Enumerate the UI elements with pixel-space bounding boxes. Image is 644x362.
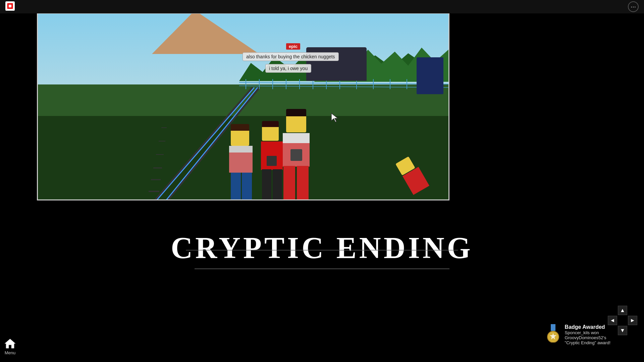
more-button[interactable]: ⋯ <box>628 1 639 12</box>
roblox-logo <box>5 1 15 12</box>
menu-button[interactable]: Menu <box>3 338 17 355</box>
zoom-left-button[interactable]: ◄ <box>608 316 617 325</box>
chat-bubble-nuggets: also thanks for buying the chicken nugge… <box>243 52 339 61</box>
game-title: CRYPTIC ENDING <box>171 231 473 265</box>
badge-winner: Sponcer_kils won <box>565 330 610 335</box>
blue-vehicle <box>417 57 443 94</box>
zoom-up-button[interactable]: ▲ <box>618 306 627 315</box>
badge-notification: Badge Awarded Sponcer_kils won GroovyDom… <box>545 324 610 345</box>
zoom-right-button[interactable]: ► <box>628 316 637 325</box>
svg-rect-2 <box>9 5 11 7</box>
top-bar: ⋯ <box>0 0 644 13</box>
bubble-owe-text: i told ya, i owe you <box>269 66 308 71</box>
epic-label: epic <box>286 43 300 50</box>
zoom-down-button[interactable]: ▼ <box>618 326 627 335</box>
game-viewport: epic also thanks for buying the chicken … <box>37 13 449 200</box>
menu-label: Menu <box>5 350 16 355</box>
bubble-nuggets-text: also thanks for buying the chicken nugge… <box>246 54 335 59</box>
svg-marker-30 <box>331 113 338 122</box>
zoom-controls: ▲ ◄ ► ▼ <box>608 306 637 335</box>
home-icon <box>3 338 17 350</box>
mouse-cursor <box>330 113 340 123</box>
badge-awarded-label: Badge Awarded <box>565 324 610 330</box>
title-underline <box>195 268 449 269</box>
epic-badge-bubble: epic <box>286 43 300 49</box>
badge-text-container: Badge Awarded Sponcer_kils won GroovyDom… <box>565 324 610 345</box>
badge-detail: "Cryptic Ending" award! <box>565 340 610 345</box>
svg-rect-32 <box>551 324 555 331</box>
svg-marker-31 <box>5 339 15 348</box>
chat-bubble-owe: i told ya, i owe you <box>265 64 311 73</box>
badge-game-name: GroovyDominoes52's <box>565 335 610 340</box>
badge-icon <box>545 324 561 344</box>
